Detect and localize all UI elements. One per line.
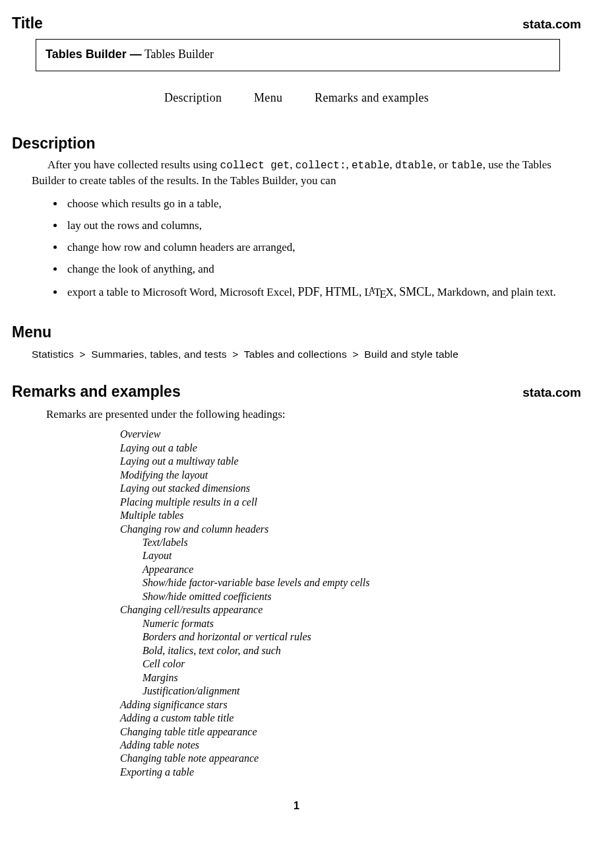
- remarks-heading-item[interactable]: Borders and horizontal or vertical rules: [142, 630, 581, 644]
- remarks-heading-item[interactable]: Exporting a table: [120, 766, 581, 779]
- description-paragraph: After you have collected results using c…: [32, 158, 568, 189]
- remarks-heading-item[interactable]: Show/hide factor-variable base levels an…: [142, 576, 581, 589]
- remarks-heading-item[interactable]: Layout: [142, 549, 581, 562]
- remarks-heading-item[interactable]: Numeric formats: [142, 617, 581, 630]
- remarks-heading-item[interactable]: Overview: [120, 428, 581, 441]
- remarks-heading-item[interactable]: Placing multiple results in a cell: [120, 496, 581, 509]
- remarks-heading-item[interactable]: Show/hide omitted coefficients: [142, 590, 581, 603]
- title-box: Tables Builder — Tables Builder: [36, 39, 560, 71]
- menu-heading: Menu: [12, 322, 581, 343]
- bullet-item: choose which results go in a table,: [65, 197, 568, 212]
- remarks-heading-item[interactable]: Cell color: [142, 657, 581, 671]
- stata-link-top[interactable]: stata.com: [522, 16, 581, 33]
- remarks-heading-item[interactable]: Changing cell/results appearance: [120, 603, 581, 617]
- remarks-heading-item[interactable]: Appearance: [142, 563, 581, 576]
- remarks-heading-item[interactable]: Adding table notes: [120, 739, 581, 752]
- toc-remarks-link[interactable]: Remarks and examples: [315, 90, 429, 106]
- stata-link-remarks[interactable]: stata.com: [522, 384, 581, 401]
- title-box-regular: Tables Builder: [142, 48, 214, 61]
- remarks-heading-item[interactable]: Bold, italics, text color, and such: [142, 644, 581, 657]
- remarks-heading-item[interactable]: Justification/alignment: [142, 684, 581, 698]
- remarks-heading-item[interactable]: Modifying the layout: [120, 469, 581, 482]
- description-bullets: choose which results go in a table, lay …: [65, 197, 568, 302]
- remarks-heading-item[interactable]: Laying out stacked dimensions: [120, 482, 581, 495]
- bullet-item: lay out the rows and columns,: [65, 218, 568, 234]
- toc-description-link[interactable]: Description: [164, 90, 222, 106]
- remarks-heading-item[interactable]: Changing table title appearance: [120, 725, 581, 739]
- remarks-heading-item[interactable]: Multiple tables: [120, 509, 581, 522]
- title-box-bold: Tables Builder —: [46, 48, 142, 61]
- remarks-heading-item[interactable]: Laying out a multiway table: [120, 455, 581, 468]
- remarks-heading: Remarks and examples: [12, 382, 181, 402]
- remarks-intro: Remarks are presented under the followin…: [46, 407, 581, 422]
- title-heading: Title: [12, 13, 43, 34]
- toc-nav: Description Menu Remarks and examples: [12, 90, 581, 106]
- remarks-heading-item[interactable]: Adding a custom table title: [120, 712, 581, 725]
- toc-menu-link[interactable]: Menu: [254, 90, 282, 106]
- remarks-heading-item[interactable]: Laying out a table: [120, 442, 581, 455]
- remarks-heading-item[interactable]: Text/labels: [142, 536, 581, 549]
- bullet-item: change how row and column headers are ar…: [65, 240, 568, 255]
- remarks-heading-item[interactable]: Changing table note appearance: [120, 752, 581, 765]
- remarks-heading-item[interactable]: Margins: [142, 671, 581, 684]
- page-number: 1: [12, 799, 581, 813]
- remarks-heading-item[interactable]: Changing row and column headers: [120, 523, 581, 536]
- menu-path: Statistics > Summaries, tables, and test…: [32, 348, 581, 362]
- bullet-item: change the look of anything, and: [65, 262, 568, 277]
- bullet-item: export a table to Microsoft Word, Micros…: [65, 284, 568, 303]
- remarks-headings-list: OverviewLaying out a tableLaying out a m…: [120, 428, 581, 779]
- description-heading: Description: [12, 133, 581, 154]
- remarks-heading-item[interactable]: Adding significance stars: [120, 698, 581, 712]
